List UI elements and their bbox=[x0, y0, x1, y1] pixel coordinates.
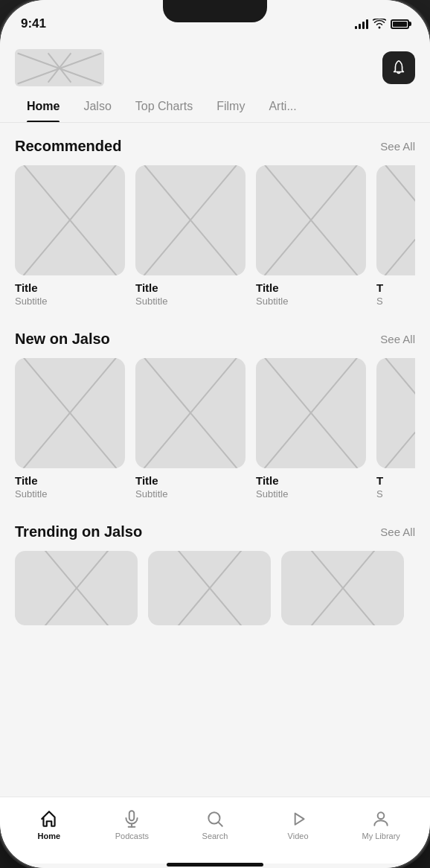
list-item[interactable]: Title Subtitle bbox=[256, 165, 366, 307]
card-image bbox=[281, 551, 404, 625]
card-image bbox=[376, 358, 415, 468]
search-icon bbox=[205, 809, 225, 829]
card-image bbox=[148, 551, 271, 625]
tab-filmy[interactable]: Filmy bbox=[205, 92, 257, 122]
nav-label-home: Home bbox=[38, 832, 61, 840]
card-image bbox=[15, 551, 138, 625]
nav-label-podcasts: Podcasts bbox=[115, 832, 149, 840]
recommended-title: Recommended bbox=[15, 138, 121, 155]
svg-point-2 bbox=[378, 812, 385, 819]
card-subtitle: Subtitle bbox=[135, 488, 246, 500]
card-image bbox=[15, 165, 125, 275]
battery-icon bbox=[391, 19, 409, 29]
card-subtitle: Subtitle bbox=[135, 296, 246, 307]
nav-item-video[interactable]: Video bbox=[257, 797, 340, 852]
card-image bbox=[15, 358, 125, 468]
recommended-see-all[interactable]: See All bbox=[380, 140, 415, 153]
card-subtitle: Subtitle bbox=[15, 296, 125, 307]
card-subtitle: S bbox=[376, 296, 415, 307]
list-item[interactable] bbox=[281, 551, 404, 625]
nav-item-podcasts[interactable]: Podcasts bbox=[91, 797, 174, 852]
tab-jalso[interactable]: Jalso bbox=[71, 92, 123, 122]
person-icon bbox=[371, 809, 391, 829]
list-item[interactable]: Title Subtitle bbox=[135, 165, 246, 307]
new-jalso-cards: Title Subtitle Title Subtitle Title Subt… bbox=[15, 358, 415, 502]
nav-tabs: Home Jalso Top Charts Filmy Arti... bbox=[0, 92, 430, 123]
status-icons bbox=[355, 19, 409, 29]
card-image bbox=[256, 358, 366, 468]
bottom-nav: Home Podcasts Search bbox=[0, 797, 430, 864]
app-header bbox=[0, 37, 430, 92]
card-title: Title bbox=[135, 474, 246, 487]
list-item[interactable] bbox=[15, 551, 138, 625]
nav-item-library[interactable]: My Library bbox=[339, 797, 423, 852]
list-item[interactable]: T S bbox=[376, 165, 415, 307]
trending-title: Trending on Jalso bbox=[15, 523, 142, 540]
card-title: Title bbox=[256, 474, 366, 487]
trending-section: Trending on Jalso See All bbox=[0, 508, 430, 634]
card-title: T bbox=[376, 474, 415, 487]
home-icon bbox=[39, 809, 59, 829]
card-subtitle: Subtitle bbox=[256, 296, 366, 307]
card-image bbox=[256, 165, 366, 275]
svg-rect-0 bbox=[129, 811, 135, 820]
wifi-icon bbox=[373, 19, 386, 29]
list-item[interactable]: Title Subtitle bbox=[15, 165, 125, 307]
card-image bbox=[135, 358, 246, 468]
list-item[interactable]: Title Subtitle bbox=[15, 358, 125, 500]
trending-cards bbox=[15, 551, 415, 628]
card-title: Title bbox=[15, 474, 125, 487]
list-item[interactable]: T S bbox=[376, 358, 415, 500]
card-title: T bbox=[376, 281, 415, 294]
list-item[interactable]: Title Subtitle bbox=[135, 358, 246, 500]
list-item[interactable]: Title Subtitle bbox=[256, 358, 366, 500]
tab-arti[interactable]: Arti... bbox=[257, 92, 308, 122]
nav-label-video: Video bbox=[288, 832, 309, 840]
list-item[interactable] bbox=[148, 551, 271, 625]
nav-item-home[interactable]: Home bbox=[7, 797, 91, 852]
new-jalso-title: New on Jalso bbox=[15, 331, 110, 348]
card-subtitle: S bbox=[376, 488, 415, 500]
card-image bbox=[135, 165, 246, 275]
signal-icon bbox=[355, 19, 368, 29]
app-content[interactable]: Home Jalso Top Charts Filmy Arti... Reco… bbox=[0, 37, 430, 797]
microphone-icon bbox=[122, 809, 141, 829]
notification-button[interactable] bbox=[382, 51, 415, 84]
nav-item-search[interactable]: Search bbox=[173, 797, 257, 852]
nav-label-search: Search bbox=[202, 832, 228, 840]
bell-icon bbox=[391, 60, 407, 76]
trending-see-all[interactable]: See All bbox=[380, 526, 415, 538]
card-title: Title bbox=[135, 281, 246, 294]
card-subtitle: Subtitle bbox=[256, 488, 366, 500]
home-indicator bbox=[0, 864, 430, 868]
video-icon bbox=[289, 809, 308, 829]
recommended-section: Recommended See All Title Subtitle Title… bbox=[0, 123, 430, 316]
nav-label-library: My Library bbox=[362, 832, 400, 840]
recommended-cards: Title Subtitle Title Subtitle Title Subt… bbox=[15, 165, 415, 310]
notch bbox=[163, 0, 267, 22]
new-jalso-see-all[interactable]: See All bbox=[380, 333, 415, 345]
new-on-jalso-section: New on Jalso See All Title Subtitle Titl… bbox=[0, 316, 430, 508]
card-subtitle: Subtitle bbox=[15, 488, 125, 500]
card-title: Title bbox=[15, 281, 125, 294]
card-image bbox=[376, 165, 415, 275]
card-title: Title bbox=[256, 281, 366, 294]
tab-home[interactable]: Home bbox=[15, 92, 71, 122]
screen: 9:41 bbox=[0, 0, 430, 868]
tab-top-charts[interactable]: Top Charts bbox=[123, 92, 205, 122]
phone-shell: 9:41 bbox=[0, 0, 430, 868]
app-logo bbox=[15, 49, 104, 86]
status-time: 9:41 bbox=[21, 16, 46, 31]
